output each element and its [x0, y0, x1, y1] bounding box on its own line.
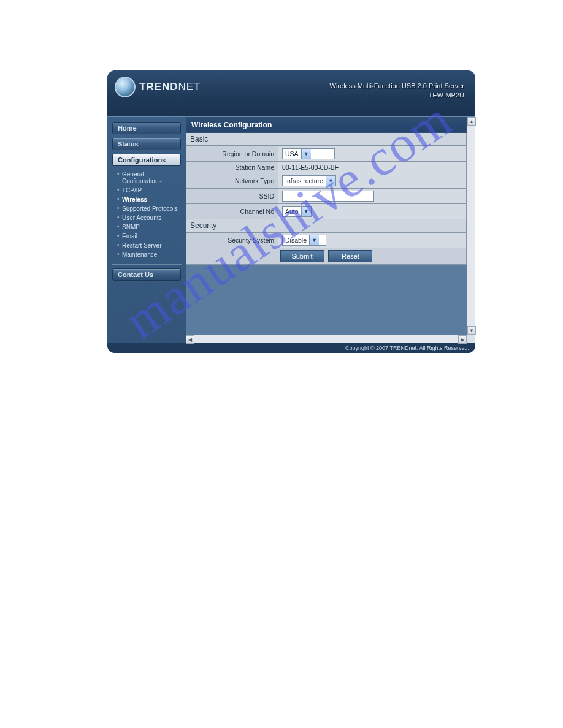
ssid-input[interactable] — [282, 191, 374, 202]
brand-main: TREND — [139, 81, 178, 93]
security-form: Security System Disable ▼ Submit — [186, 232, 467, 265]
subnav-protocols[interactable]: Supported Protocols — [117, 204, 182, 213]
config-submenu: General Configurations TCP/IP Wireless S… — [117, 170, 182, 259]
region-select[interactable]: USA ▼ — [282, 148, 335, 159]
footer: Copyright © 2007 TRENDnet. All Rights Re… — [107, 343, 475, 353]
chevron-down-icon: ▼ — [301, 149, 311, 159]
chevron-down-icon: ▼ — [301, 207, 311, 216]
network-type-select[interactable]: Infrastructure ▼ — [282, 175, 336, 186]
reset-button[interactable]: Reset — [328, 250, 372, 262]
app-frame: TRENDNET Wireless Multi-Function USB 2.0… — [107, 70, 475, 353]
brand-sub: NET — [178, 81, 201, 93]
channel-select[interactable]: Auto ▼ — [282, 206, 312, 217]
brand-text: TRENDNET — [139, 81, 201, 93]
nav-status[interactable]: Status — [112, 138, 181, 150]
label-nettype: Network Type — [186, 173, 278, 189]
content: Wireless Configuration Basic Region or D… — [186, 117, 467, 265]
scroll-corner — [467, 335, 475, 343]
nav-configurations[interactable]: Configurations — [112, 154, 181, 166]
scroll-up-icon[interactable]: ▲ — [467, 117, 476, 126]
station-value: 00-11-E5-00-0D-BF — [278, 162, 467, 173]
sidebar: Home Status Configurations General Confi… — [107, 117, 186, 343]
label-station: Station Name — [186, 162, 278, 173]
scroll-right-icon[interactable]: ▶ — [458, 335, 467, 344]
header-subtitle: Wireless Multi-Function USB 2.0 Print Se… — [330, 82, 464, 100]
orb-icon — [115, 77, 136, 97]
basic-form: Region or Domain USA ▼ Station Name 00-1… — [186, 146, 467, 219]
security-system-select[interactable]: Disable ▼ — [282, 235, 326, 246]
page-title: Wireless Configuration — [186, 117, 467, 133]
security-system-value: Disable — [285, 237, 307, 244]
chevron-down-icon: ▼ — [309, 235, 319, 245]
horizontal-scrollbar[interactable]: ◀ ▶ — [186, 335, 467, 343]
section-security-heading: Security — [186, 219, 467, 232]
body: Home Status Configurations General Confi… — [107, 116, 475, 343]
subnav-user-accounts[interactable]: User Accounts — [117, 213, 182, 222]
main-pane: Wireless Configuration Basic Region or D… — [186, 117, 475, 343]
submit-button[interactable]: Submit — [280, 250, 324, 262]
scroll-left-icon[interactable]: ◀ — [186, 335, 194, 344]
product-model: TEW-MP2U — [330, 91, 464, 100]
subnav-restart[interactable]: Restart Server — [117, 241, 182, 250]
subnav-snmp[interactable]: SNMP — [117, 222, 182, 232]
chevron-down-icon: ▼ — [326, 176, 335, 186]
header: TRENDNET Wireless Multi-Function USB 2.0… — [107, 70, 475, 116]
label-security-system: Security System — [186, 233, 278, 248]
subnav-general[interactable]: General Configurations — [117, 170, 182, 186]
nav-contact[interactable]: Contact Us — [112, 268, 181, 281]
scroll-down-icon[interactable]: ▼ — [467, 326, 476, 335]
label-channel: Channel No — [186, 204, 278, 219]
copyright-text: Copyright © 2007 TRENDnet. All Rights Re… — [345, 345, 469, 351]
vertical-scrollbar[interactable]: ▲ ▼ — [467, 117, 475, 335]
network-type-value: Infrastructure — [285, 177, 323, 184]
section-basic-heading: Basic — [186, 133, 467, 146]
label-ssid: SSID — [186, 189, 278, 204]
sidebar-divider — [112, 264, 182, 265]
product-description: Wireless Multi-Function USB 2.0 Print Se… — [330, 82, 464, 91]
region-value: USA — [285, 150, 299, 157]
channel-value: Auto — [285, 208, 299, 215]
subnav-wireless[interactable]: Wireless — [117, 195, 182, 204]
subnav-tcpip[interactable]: TCP/IP — [117, 186, 182, 195]
nav-home[interactable]: Home — [112, 122, 181, 134]
subnav-email[interactable]: Email — [117, 232, 182, 241]
label-region: Region or Domain — [186, 146, 278, 162]
subnav-maintenance[interactable]: Maintenance — [117, 250, 182, 259]
